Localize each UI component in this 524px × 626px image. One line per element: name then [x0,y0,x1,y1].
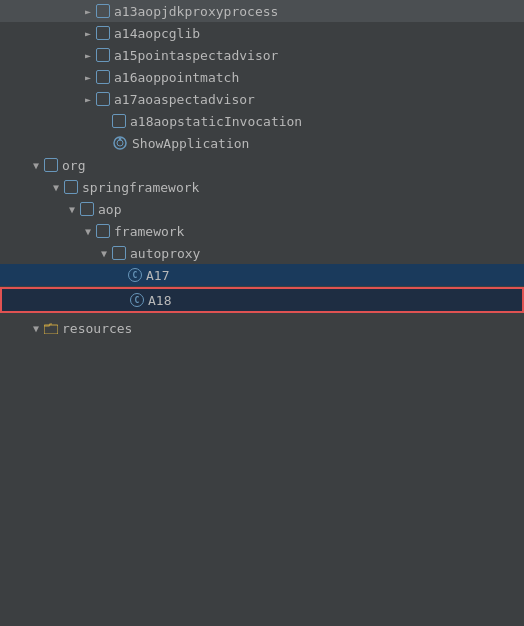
list-item[interactable]: ▼ resources [0,317,524,339]
list-item[interactable]: a18aopstaticInvocation [0,110,524,132]
list-item[interactable]: ShowApplication [0,132,524,154]
item-label: org [62,158,85,173]
list-item[interactable]: ► a17aoaspectadvisor [0,88,524,110]
package-icon [96,92,110,106]
chevron-down-icon[interactable]: ▼ [80,223,96,239]
item-label: resources [62,321,132,336]
item-label: A17 [146,268,169,283]
item-label: a18aopstaticInvocation [130,114,302,129]
chevron-down-icon[interactable]: ▼ [28,157,44,173]
class-icon: C [130,293,144,307]
package-icon [96,4,110,18]
item-label: framework [114,224,184,239]
item-label: A18 [148,293,171,308]
list-item[interactable]: ▼ aop [0,198,524,220]
special-class-icon [112,135,128,151]
list-item[interactable]: ▼ framework [0,220,524,242]
chevron-right-icon[interactable]: ► [80,47,96,63]
package-icon [96,70,110,84]
item-label: ShowApplication [132,136,249,151]
package-icon [44,158,58,172]
chevron-down-icon[interactable]: ▼ [96,245,112,261]
list-item[interactable]: C A17 [0,264,524,286]
list-item[interactable]: ▼ org [0,154,524,176]
chevron-down-icon[interactable]: ▼ [64,201,80,217]
list-item[interactable]: ► a15pointaspectadvisor [0,44,524,66]
list-item[interactable]: ► a14aopcglib [0,22,524,44]
list-item[interactable]: C A18 [0,287,524,313]
item-label: a17aoaspectadvisor [114,92,255,107]
list-item[interactable]: ▼ autoproxy [0,242,524,264]
package-icon [96,224,110,238]
package-icon [96,26,110,40]
chevron-right-icon[interactable]: ► [80,69,96,85]
item-label: springframework [82,180,199,195]
package-icon [112,114,126,128]
chevron-right-icon[interactable]: ► [80,91,96,107]
item-label: a14aopcglib [114,26,200,41]
svg-point-2 [119,138,122,141]
item-label: a15pointaspectadvisor [114,48,278,63]
class-icon: C [128,268,142,282]
chevron-down-icon[interactable]: ▼ [48,179,64,195]
package-icon [112,246,126,260]
list-item[interactable]: ▼ springframework [0,176,524,198]
list-item[interactable]: ► a13aopjdkproxyprocess [0,0,524,22]
chevron-right-icon[interactable]: ► [80,25,96,41]
item-label: a13aopjdkproxyprocess [114,4,278,19]
list-item[interactable]: ► a16aoppointmatch [0,66,524,88]
file-tree: ► a13aopjdkproxyprocess ► a14aopcglib ► … [0,0,524,626]
chevron-right-icon[interactable]: ► [80,3,96,19]
item-label: autoproxy [130,246,200,261]
package-icon [96,48,110,62]
folder-icon [44,321,58,335]
package-icon [80,202,94,216]
package-icon [64,180,78,194]
item-label: a16aoppointmatch [114,70,239,85]
svg-point-1 [117,140,123,146]
chevron-right-icon[interactable]: ▼ [28,320,44,336]
item-label: aop [98,202,121,217]
